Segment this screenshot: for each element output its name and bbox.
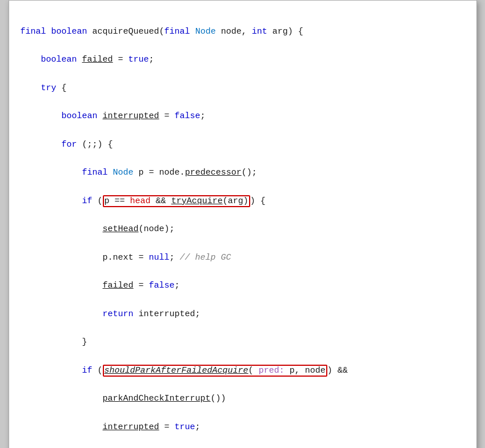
line-11: return interrupted; (21, 308, 465, 322)
line-5: for (;;) { (21, 138, 465, 152)
line-6: final Node p = node.predecessor(); (21, 166, 465, 180)
line-4: boolean interrupted = false; (21, 110, 465, 124)
line-13: if (shouldParkAfterFailedAcquire( pred: … (21, 364, 465, 378)
line-14: parkAndCheckInterrupt()) (21, 392, 465, 406)
line-15: interrupted = true; (21, 421, 465, 435)
line-12: } (21, 336, 465, 350)
code-window: final boolean acquireQueued(final Node n… (9, 0, 477, 448)
line-1: final boolean acquireQueued(final Node n… (21, 25, 465, 39)
line-10: failed = false; (21, 279, 465, 293)
line-2: boolean failed = true; (21, 53, 465, 67)
code-block: final boolean acquireQueued(final Node n… (21, 11, 465, 448)
line-8: setHead(node); (21, 223, 465, 237)
line-7: if (p == head && tryAcquire(arg)) { (21, 195, 465, 209)
line-9: p.next = null; // help GC (21, 251, 465, 265)
line-3: try { (21, 82, 465, 96)
